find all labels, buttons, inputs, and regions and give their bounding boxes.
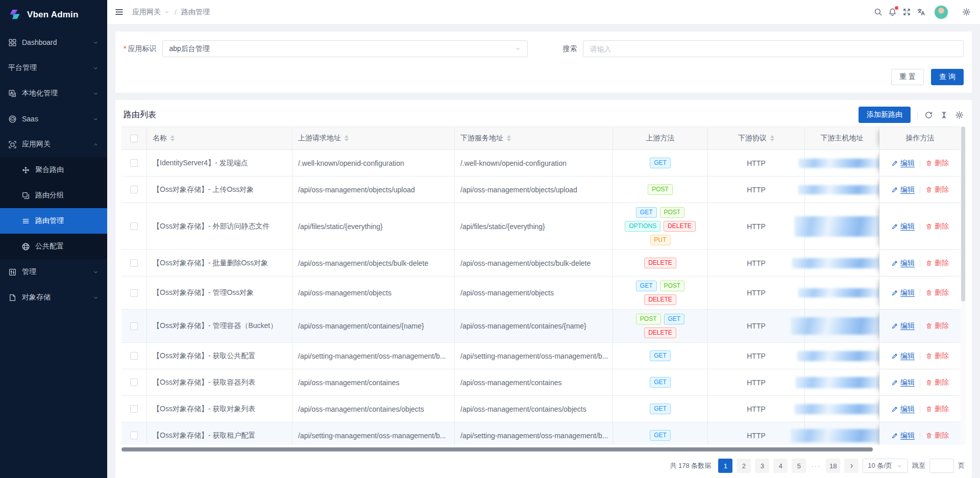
next-page-button[interactable]: [844, 459, 859, 473]
sort-carets-icon[interactable]: [170, 135, 175, 141]
sidebar-item-对象存储[interactable]: 对象存储: [0, 285, 107, 310]
row-checkbox[interactable]: [130, 159, 138, 167]
reset-button[interactable]: 重 置: [891, 69, 924, 85]
page-button-2[interactable]: 2: [737, 459, 751, 473]
avatar[interactable]: [934, 5, 948, 19]
sidebar-item-Saas[interactable]: Saas: [0, 106, 107, 132]
column-label[interactable]: 上游请求地址: [298, 134, 341, 143]
row-checkbox[interactable]: [130, 432, 138, 439]
delete-button[interactable]: 删除: [925, 351, 949, 361]
method-tag-put: PUT: [650, 235, 671, 245]
page-ellipsis[interactable]: ···: [810, 462, 822, 470]
row-checkbox[interactable]: [130, 186, 138, 193]
row-checkbox[interactable]: [130, 322, 138, 330]
sort-carets-icon[interactable]: [507, 135, 511, 141]
downstream-protocol: HTTP: [708, 177, 805, 203]
row-actions: 编辑删除: [879, 310, 961, 342]
breadcrumb-item-route[interactable]: 路由管理: [181, 8, 210, 17]
upstream-path: /api/setting-management/oss-management/b…: [292, 422, 455, 445]
refresh-icon[interactable]: [924, 111, 933, 119]
column-label: 操作方法: [906, 134, 935, 143]
horizontal-scrollbar[interactable]: [121, 446, 966, 452]
edit-label: 编辑: [900, 185, 915, 194]
page-button-5[interactable]: 5: [792, 459, 806, 473]
actions-divider: [920, 160, 920, 167]
row-checkbox[interactable]: [130, 289, 138, 297]
delete-button[interactable]: 删除: [925, 185, 949, 194]
route-name: 【Oss对象存储】- 获取对象列表: [147, 396, 292, 422]
page-button-3[interactable]: 3: [755, 459, 769, 473]
add-route-button[interactable]: 添加新路由: [859, 107, 911, 123]
row-checkbox[interactable]: [130, 259, 138, 267]
row-checkbox[interactable]: [130, 222, 138, 230]
delete-button[interactable]: 删除: [925, 431, 949, 440]
menu-fold-icon[interactable]: [114, 7, 124, 17]
row-checkbox[interactable]: [130, 405, 138, 413]
search-input[interactable]: [583, 40, 964, 57]
delete-button[interactable]: 删除: [925, 321, 949, 331]
sidebar-item-公共配置[interactable]: 公共配置: [0, 234, 107, 259]
delete-button[interactable]: 删除: [925, 288, 949, 297]
delete-button[interactable]: 删除: [925, 378, 949, 387]
column-label[interactable]: 下游服务地址: [460, 134, 503, 143]
edit-button[interactable]: 编辑: [891, 185, 915, 194]
edit-button[interactable]: 编辑: [891, 351, 915, 361]
horizontal-scrollbar-thumb[interactable]: [121, 447, 873, 451]
delete-button[interactable]: 删除: [925, 159, 949, 168]
sidebar-item-聚合路由[interactable]: 聚合路由: [0, 157, 107, 183]
jump-page-input[interactable]: [929, 459, 954, 473]
app-id-select[interactable]: abp后台管理: [162, 40, 528, 57]
sidebar-item-管理[interactable]: 管理: [0, 259, 107, 285]
downstream-host-redacted: [805, 422, 879, 445]
page-button-1[interactable]: 1: [718, 459, 732, 473]
query-button[interactable]: 查 询: [931, 69, 964, 85]
edit-button[interactable]: 编辑: [891, 431, 915, 440]
edit-button[interactable]: 编辑: [891, 378, 915, 387]
chevron-down: [92, 39, 99, 46]
search-icon[interactable]: [874, 8, 883, 16]
sidebar-item-应用网关[interactable]: 应用网关: [0, 132, 107, 157]
delete-label: 删除: [935, 321, 949, 331]
column-label[interactable]: 下游协议: [738, 134, 767, 143]
edit-button[interactable]: 编辑: [891, 405, 915, 414]
edit-button[interactable]: 编辑: [891, 288, 915, 297]
upstream-methods: POSTGETDELETE: [613, 310, 708, 342]
logo[interactable]: Vben Admin: [0, 0, 107, 30]
sidebar-item-路由管理[interactable]: 路由管理: [0, 208, 107, 234]
gear-icon[interactable]: [962, 8, 971, 16]
edit-button[interactable]: 编辑: [891, 259, 915, 268]
downstream-path: /api/oss-management/objects/bulk-delete: [455, 250, 613, 276]
bell-icon[interactable]: [888, 8, 897, 16]
sidebar-item-label: 路由分组: [35, 191, 99, 200]
row-checkbox[interactable]: [130, 352, 138, 360]
page-button-18[interactable]: 18: [826, 459, 840, 473]
pencil-icon: [891, 432, 898, 439]
route-name: 【Oss对象存储】- 管理容器（Bucket）: [147, 310, 292, 342]
delete-button[interactable]: 删除: [925, 222, 949, 231]
column-label[interactable]: 名称: [153, 134, 167, 143]
vertical-scrollbar[interactable]: [961, 127, 966, 445]
edit-button[interactable]: 编辑: [891, 159, 915, 168]
page-size-select[interactable]: 10 条/页: [863, 459, 908, 473]
row-height-icon[interactable]: [940, 111, 948, 119]
translate-icon[interactable]: [917, 8, 925, 16]
sort-carets-icon[interactable]: [345, 135, 349, 141]
sort-carets-icon[interactable]: [770, 135, 774, 141]
edit-button[interactable]: 编辑: [891, 321, 915, 331]
page-button-4[interactable]: 4: [773, 459, 788, 473]
sidebar-item-平台管理[interactable]: 平台管理: [0, 55, 107, 81]
table-settings-gear-icon[interactable]: [955, 111, 964, 119]
breadcrumb-item-gateway[interactable]: 应用网关: [132, 8, 170, 17]
edit-button[interactable]: 编辑: [891, 222, 915, 231]
sidebar-item-本地化管理[interactable]: 本地化管理: [0, 81, 107, 106]
sidebar-item-路由分组[interactable]: 路由分组: [0, 183, 107, 208]
vertical-scrollbar-thumb[interactable]: [961, 127, 965, 301]
delete-button[interactable]: 删除: [925, 259, 949, 268]
globe-icon: [21, 242, 30, 251]
fullscreen-icon[interactable]: [902, 8, 911, 16]
select-all-checkbox[interactable]: [130, 135, 138, 142]
row-checkbox[interactable]: [130, 379, 138, 386]
upstream-path: /api/oss-management/objects/bulk-delete: [292, 250, 455, 276]
delete-button[interactable]: 删除: [925, 405, 949, 414]
sidebar-item-Dashboard[interactable]: Dashboard: [0, 30, 107, 55]
